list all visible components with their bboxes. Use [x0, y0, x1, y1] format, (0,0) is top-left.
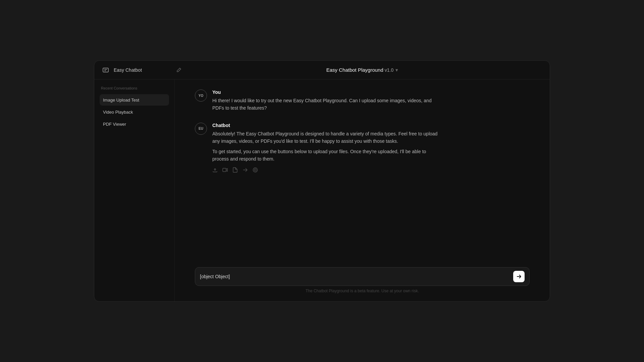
message-bot-1: EU Chatbot Absolutely! The Easy Chatbot … — [195, 123, 530, 173]
upload-icon[interactable] — [212, 167, 218, 173]
message-user-1: YO You Hi there! I would like to try out… — [195, 89, 530, 112]
sidebar-item-pdf-viewer[interactable]: PDF Viewer — [100, 118, 169, 130]
settings-icon[interactable] — [253, 167, 258, 173]
playground-title-text: Easy Chatbot Playground — [326, 67, 383, 73]
app-name: Easy Chatbot — [114, 67, 142, 73]
video-icon[interactable] — [222, 167, 228, 173]
send-button[interactable] — [513, 271, 525, 282]
logo-icon — [101, 65, 110, 75]
message-sender-bot: Chatbot — [212, 123, 440, 128]
input-area: The Chatbot Playground is a beta feature… — [175, 262, 550, 301]
file-icon[interactable] — [232, 167, 238, 173]
chat-area: YO You Hi there! I would like to try out… — [175, 79, 550, 301]
action-icons — [212, 167, 440, 173]
svg-point-3 — [253, 168, 258, 172]
bot-text-part1: Absolutely! The Easy Chatbot Playground … — [212, 130, 440, 145]
sidebar-item-image-upload-test[interactable]: Image Upload Test — [100, 94, 169, 106]
sidebar-section-label: Recent Conversations — [100, 86, 169, 90]
app-container: Easy Chatbot Easy Chatbot Playground v1.… — [94, 60, 550, 302]
message-content-user-1: You Hi there! I would like to try out th… — [212, 89, 440, 112]
svg-rect-1 — [223, 168, 226, 172]
body: Recent Conversations Image Upload Test V… — [94, 79, 550, 301]
avatar-user: YO — [195, 89, 207, 102]
header: Easy Chatbot Easy Chatbot Playground v1.… — [94, 61, 550, 79]
sidebar-item-video-playback[interactable]: Video Playback — [100, 106, 169, 118]
header-left: Easy Chatbot — [101, 65, 181, 75]
bot-text-part2: To get started, you can use the buttons … — [212, 148, 440, 163]
playground-title[interactable]: Easy Chatbot Playground v1.0 ▾ — [326, 67, 398, 73]
send-action-icon[interactable] — [243, 167, 248, 173]
sidebar-item-label: PDF Viewer — [103, 122, 126, 127]
message-sender-user: You — [212, 89, 440, 95]
messages-container: YO You Hi there! I would like to try out… — [175, 79, 550, 262]
chevron-down-icon: ▾ — [395, 67, 398, 73]
avatar-bot: EU — [195, 123, 207, 135]
sidebar-item-label: Image Upload Test — [103, 98, 139, 103]
chat-input[interactable] — [200, 274, 510, 279]
input-wrapper — [195, 267, 530, 286]
sidebar-item-label: Video Playback — [103, 110, 133, 115]
footer-disclaimer: The Chatbot Playground is a beta feature… — [195, 286, 530, 298]
svg-rect-0 — [103, 68, 108, 72]
svg-point-2 — [254, 169, 256, 171]
version-badge: v1.0 — [385, 67, 393, 73]
message-text-user-1: Hi there! I would like to try out the ne… — [212, 97, 440, 112]
header-center: Easy Chatbot Playground v1.0 ▾ — [181, 67, 543, 73]
message-text-bot-1: Absolutely! The Easy Chatbot Playground … — [212, 130, 440, 163]
message-content-bot-1: Chatbot Absolutely! The Easy Chatbot Pla… — [212, 123, 440, 173]
sidebar: Recent Conversations Image Upload Test V… — [94, 79, 175, 301]
edit-icon[interactable] — [176, 67, 181, 73]
